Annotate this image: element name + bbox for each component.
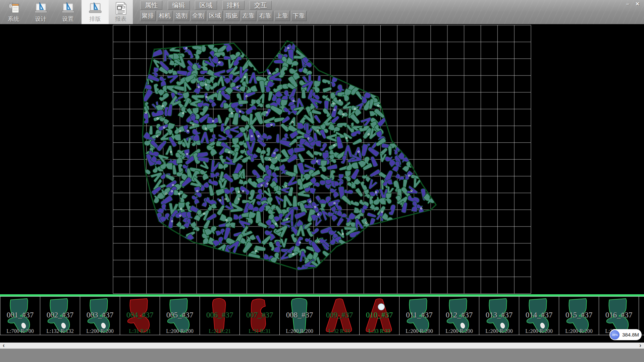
app-button-2[interactable]: 设计 [27, 0, 54, 24]
menu-tab-1[interactable]: 属性 [140, 1, 162, 10]
tool-button-3[interactable]: 选割 [174, 11, 189, 21]
piece-name-label: 002_#37 [40, 311, 80, 319]
piece-thumbnail[interactable]: 013_#37L:200 R:200 [479, 296, 519, 335]
app-window: 系统设计设置排版报表 属性编辑区域排料交互 聚排相机选割全割区域瑕疵左靠右靠上靠… [0, 0, 644, 362]
menu-tab-2[interactable]: 编辑 [168, 1, 190, 10]
app-button-label: 设置 [54, 16, 82, 22]
piece-lr-count-label: L:31 R:31 [240, 328, 279, 334]
design-icon [34, 1, 48, 16]
piece-name-label: 013_#37 [479, 311, 519, 319]
app-button-5[interactable]: 报表 [109, 0, 133, 24]
tool-button-1[interactable]: 聚排 [140, 11, 156, 21]
piece-lr-count-label: L:700 R:700 [0, 328, 40, 334]
tool-button-5[interactable]: 区域 [207, 11, 223, 21]
piece-name-label: 015_#37 [559, 311, 599, 319]
piece-name-label: 003_#37 [80, 311, 120, 319]
tool-button-8[interactable]: 右靠 [258, 11, 273, 21]
app-button-label: 设计 [27, 16, 54, 22]
piece-name-label: 005_#37 [160, 311, 200, 319]
titlebar-toolbar: 系统设计设置排版报表 属性编辑区域排料交互 聚排相机选割全割区域瑕疵左靠右靠上靠… [0, 0, 644, 24]
piece-lr-count-label: L:200 R:200 [439, 328, 479, 334]
close-button[interactable]: ✕ [633, 1, 642, 7]
piece-name-label: 007_#37 [240, 311, 279, 319]
piece-name-label: 006_#37 [200, 311, 239, 319]
horizontal-scrollbar[interactable]: ‹ › [0, 343, 644, 349]
piece-lr-count-label: L:200 R:200 [559, 328, 599, 334]
progress-percent-badge: 38% [610, 330, 620, 340]
piece-name-label: 009_#37 [320, 311, 359, 319]
report-icon [113, 1, 128, 16]
menu-tab-4[interactable]: 排料 [222, 1, 245, 10]
piece-lr-count-label: L:132 R:132 [40, 328, 80, 334]
piece-thumbnail[interactable]: 007_#37L:31 R:31 [239, 296, 280, 335]
piece-name-label: 001_#37 [0, 311, 40, 319]
piece-lr-count-label: L:200 R:200 [479, 328, 519, 334]
piece-lr-count-label: L:200 R:200 [399, 328, 439, 334]
tool-button-4[interactable]: 全割 [191, 11, 206, 21]
piece-thumbnail[interactable]: 003_#37L:200 R:200 [80, 296, 120, 335]
piece-thumbnail[interactable]: 017_#37L:200 R:200 [639, 296, 644, 335]
piece-thumbnail[interactable]: 015_#37L:200 R:200 [559, 296, 599, 335]
piece-thumbnail[interactable]: 012_#37L:200 R:200 [439, 296, 479, 335]
app-button-4[interactable]: 排版 [82, 0, 109, 24]
piece-lr-count-label: L:200 R:200 [80, 328, 120, 334]
piece-thumbnail[interactable]: 002_#37L:132 R:132 [40, 296, 80, 335]
scroll-right-arrow-icon[interactable]: › [637, 343, 643, 349]
piece-thumbnail[interactable]: 006_#37L:21 R:21 [200, 296, 240, 335]
tool-button-7[interactable]: 左靠 [241, 11, 256, 21]
system-icon [6, 1, 21, 16]
memory-usage-label: 384.8M [622, 332, 639, 338]
piece-thumbnail[interactable]: 005_#37L:200 R:200 [160, 296, 200, 335]
nesting-canvas-svg [0, 24, 644, 294]
layout-icon [88, 1, 103, 16]
app-button-3[interactable]: 设置 [54, 0, 82, 24]
piece-name-label: 010_#37 [360, 311, 399, 319]
tool-button-6[interactable]: 瑕疵 [224, 11, 239, 21]
piece-thumbnail[interactable]: 004_#37L:31 R:31 [120, 296, 160, 335]
app-button-label: 报表 [109, 16, 133, 22]
tool-button-2[interactable]: 相机 [157, 11, 172, 21]
piece-name-label: 004_#37 [120, 311, 160, 319]
piece-thumbnail[interactable]: 009_#37L:32 R:31 [319, 296, 360, 335]
piece-name-label: 017_#37 [639, 311, 644, 319]
piece-lr-count-label: L:200 R:200 [160, 328, 200, 334]
piece-name-label: 014_#37 [519, 311, 559, 319]
status-badge: 38% 384.8M [609, 329, 642, 340]
piece-lr-count-label: L:200 R:200 [280, 328, 319, 334]
piece-thumbnail[interactable]: 010_#37L:33 R:33 [359, 296, 399, 335]
app-button-label: 排版 [82, 16, 109, 22]
app-button-label: 系统 [0, 16, 27, 22]
scroll-left-arrow-icon[interactable]: ‹ [1, 343, 7, 349]
piece-name-label: 012_#37 [439, 311, 479, 319]
bottom-gap [0, 336, 644, 343]
window-bottom-bar [0, 349, 644, 362]
app-button-1[interactable]: 系统 [0, 0, 27, 24]
piece-lr-count-label: L:200 R:200 [519, 328, 559, 334]
tool-button-10[interactable]: 下靠 [291, 11, 307, 21]
menu-tab-5[interactable]: 交互 [250, 1, 272, 10]
piece-thumbnail[interactable]: 008_#37L:200 R:200 [279, 296, 320, 335]
nesting-canvas[interactable] [0, 24, 644, 294]
piece-thumbnail[interactable]: 001_#37L:700 R:700 [0, 296, 40, 335]
piece-name-label: 008_#37 [280, 311, 319, 319]
settings-icon [61, 1, 75, 16]
tool-button-9[interactable]: 上靠 [274, 11, 290, 21]
piece-lr-count-label: L:31 R:31 [120, 328, 160, 334]
piece-name-label: 016_#37 [599, 311, 639, 319]
menu-tab-3[interactable]: 区域 [195, 1, 217, 10]
piece-lr-count-label: L:33 R:33 [360, 328, 399, 334]
piece-thumbnail[interactable]: 014_#37L:200 R:200 [519, 296, 559, 335]
piece-lr-count-label: L:21 R:21 [200, 328, 239, 334]
piece-name-label: 011_#37 [399, 311, 439, 319]
minimize-button[interactable]: – [624, 1, 632, 7]
piece-thumbnail[interactable]: 011_#37L:200 R:200 [399, 296, 439, 335]
piece-lr-count-label: L:32 R:31 [320, 328, 359, 334]
piece-thumbnail-strip: 001_#37L:700 R:700002_#37L:132 R:132003_… [0, 296, 644, 336]
